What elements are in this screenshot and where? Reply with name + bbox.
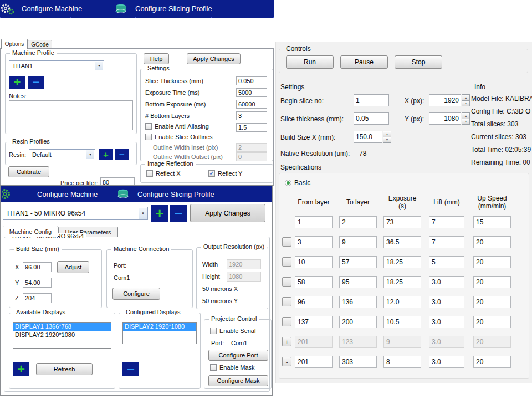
enable-anti-aliasing-checkbox[interactable]: Enable Anti-Aliasing	[145, 123, 209, 130]
spec-row3-lift[interactable]	[429, 276, 464, 288]
spec-row5-from[interactable]	[295, 316, 332, 328]
y-px-stepper[interactable]	[462, 112, 470, 125]
enable-mask-checkbox[interactable]: Enable Mask	[210, 364, 255, 371]
spec-row4-from[interactable]	[295, 296, 332, 308]
slice-thickness-field-2[interactable]	[354, 112, 389, 125]
spec-row7-speed[interactable]	[473, 356, 511, 368]
tab-options[interactable]: Options	[1, 39, 28, 49]
list-item-configured-display[interactable]: DISPLAY2 1920*1080	[123, 323, 196, 331]
nav2-configure-slicing-profile[interactable]: Configure Slicing Profile	[116, 186, 214, 202]
remove-machine-button[interactable]	[170, 205, 187, 222]
anti-aliasing-value-field[interactable]	[236, 123, 267, 132]
exposure-time-field[interactable]	[236, 88, 267, 97]
bottom-exposure-field[interactable]	[236, 100, 267, 109]
nav-configure-slicing-profile[interactable]: Configure Slicing Profile	[114, 0, 212, 17]
add-resin-button[interactable]	[99, 149, 113, 160]
spec-row0-from[interactable]	[295, 216, 332, 228]
tab-machine-config[interactable]: Machine Config	[3, 226, 58, 237]
machine-profile-select[interactable]: TITAN1	[9, 60, 104, 71]
configure-port-button[interactable]: Configure Port	[208, 350, 268, 361]
x-px-stepper[interactable]	[462, 94, 470, 106]
nav-configure-machine[interactable]: Configure Machine	[0, 0, 82, 17]
bottom-layers-field[interactable]	[236, 111, 267, 120]
begin-slice-field[interactable]	[354, 94, 389, 106]
reflect-x-checkbox[interactable]: Reflect X	[146, 170, 181, 177]
spec-row0-to[interactable]	[339, 216, 377, 228]
chevron-down-icon[interactable]	[86, 150, 94, 159]
configure-mask-button[interactable]: Configure Mask	[208, 375, 268, 386]
spec-row2-to[interactable]	[339, 256, 377, 268]
apply-changes-button-2[interactable]: Apply Changes	[190, 204, 265, 222]
spec-row7-to[interactable]	[339, 356, 377, 368]
spec-row1-from[interactable]	[295, 236, 332, 248]
list-item-display2[interactable]: DISPLAY2 1920*1080	[13, 331, 111, 339]
spec-row2-exposure[interactable]	[383, 256, 421, 268]
spec-row3-exposure[interactable]	[383, 276, 421, 288]
reflect-y-checkbox[interactable]: Reflect Y	[208, 170, 242, 177]
build-z-field[interactable]	[23, 293, 52, 303]
add-machine-profile-button[interactable]	[9, 76, 25, 89]
spec-row3-from[interactable]	[295, 276, 332, 288]
chevron-down-icon[interactable]	[95, 62, 103, 70]
spec-row1-speed[interactable]	[473, 236, 511, 248]
add-machine-button[interactable]	[151, 205, 168, 222]
spec-row7-lift[interactable]	[429, 356, 464, 368]
x-px-field[interactable]	[429, 94, 461, 106]
spec-row7-remove-button[interactable]: -	[282, 357, 291, 366]
configure-port-button-machine[interactable]: Configure	[112, 288, 160, 300]
spec-row2-from[interactable]	[295, 256, 332, 268]
calibrate-button[interactable]: Calibrate	[8, 166, 49, 177]
spec-row4-to[interactable]	[339, 296, 377, 308]
build-y-field[interactable]	[23, 278, 52, 288]
spec-row4-remove-button[interactable]: -	[282, 297, 291, 306]
spec-row7-exposure[interactable]	[383, 356, 421, 368]
spec-row1-to[interactable]	[339, 236, 377, 248]
enable-serial-checkbox[interactable]: Enable Serial	[210, 328, 255, 334]
nav2-configure-machine[interactable]: Configure Machine	[37, 186, 98, 202]
spec-row6-add-button[interactable]: +	[282, 337, 291, 346]
refresh-button[interactable]: Refresh	[36, 363, 93, 375]
spec-row5-exposure[interactable]	[383, 316, 421, 328]
enable-slice-outlines-checkbox[interactable]: Enable Slice Outlines	[145, 134, 213, 140]
build-size-x-field[interactable]	[354, 131, 382, 143]
chevron-down-icon[interactable]	[139, 208, 147, 219]
build-size-x-stepper[interactable]	[383, 131, 391, 143]
pause-button[interactable]: Pause	[340, 55, 388, 69]
remove-display-button[interactable]	[122, 362, 139, 376]
spec-row4-speed[interactable]	[473, 296, 511, 308]
spec-row1-exposure[interactable]	[383, 236, 421, 248]
stepper-down-icon[interactable]	[462, 119, 470, 125]
stop-button[interactable]: Stop	[395, 55, 442, 69]
tab-gcode[interactable]: GCode	[28, 40, 52, 49]
remove-resin-button[interactable]	[115, 149, 129, 160]
spec-row5-to[interactable]	[339, 316, 377, 328]
spec-row2-speed[interactable]	[473, 256, 511, 268]
spec-row2-lift[interactable]	[429, 256, 464, 268]
machine-profile-select-2[interactable]: TITAN1 - 50 MIKRO 96x54	[3, 207, 148, 220]
list-item-display1[interactable]: DISPLAY1 1366*768	[13, 323, 111, 331]
stepper-down-icon[interactable]	[462, 100, 470, 107]
spec-row4-exposure[interactable]	[383, 296, 421, 308]
spec-row3-speed[interactable]	[473, 276, 511, 288]
spec-row5-speed[interactable]	[473, 316, 511, 328]
apply-changes-button[interactable]: Apply Changes	[187, 53, 241, 64]
basic-radio[interactable]: Basic	[285, 179, 310, 187]
resin-select[interactable]: Default	[29, 149, 95, 160]
spec-row0-exposure[interactable]	[383, 216, 421, 228]
run-button[interactable]: Run	[286, 55, 334, 69]
slice-thickness-field[interactable]	[236, 76, 267, 85]
y-px-field[interactable]	[429, 112, 461, 125]
spec-row2-remove-button[interactable]: -	[282, 257, 291, 267]
notes-textarea[interactable]	[9, 100, 133, 130]
spec-row0-speed[interactable]	[473, 216, 511, 228]
spec-row3-remove-button[interactable]: -	[282, 277, 291, 287]
spec-row1-remove-button[interactable]: -	[282, 237, 291, 247]
spec-row5-lift[interactable]	[429, 316, 464, 328]
spec-row0-lift[interactable]	[429, 216, 464, 228]
add-display-button[interactable]	[13, 362, 29, 376]
adjust-button[interactable]: Adjust	[57, 261, 89, 273]
spec-row7-from[interactable]	[295, 356, 332, 368]
build-x-field[interactable]	[23, 262, 52, 272]
spec-row3-to[interactable]	[339, 276, 377, 288]
spec-row1-lift[interactable]	[429, 236, 464, 248]
